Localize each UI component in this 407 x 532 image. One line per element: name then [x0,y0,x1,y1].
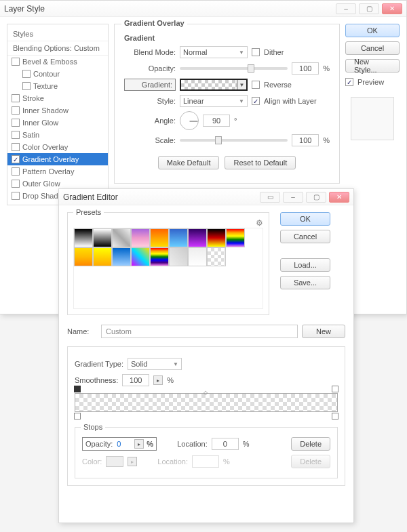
gear-icon[interactable]: ⚙ [256,218,263,228]
preset-swatch[interactable] [74,228,93,247]
midpoint-marker[interactable]: ◇ [204,390,208,396]
dither-checkbox[interactable] [252,48,260,56]
scale-slider[interactable] [180,139,288,142]
stop-color-well[interactable] [106,456,123,467]
gradient-settings: Gradient Type: Solid▼ Smoothness: 100 ▸ … [67,346,345,486]
styles-header[interactable]: Styles [7,27,108,41]
stop-color-stepper[interactable]: ▸ [128,457,137,466]
help-button[interactable]: ▭ [260,192,280,203]
gradient-swatch[interactable]: ▼ [180,79,248,91]
opacity-slider[interactable] [180,67,288,70]
preset-swatch[interactable] [131,247,150,266]
preset-swatch[interactable] [188,228,207,247]
blend-mode-dropdown[interactable]: Normal▼ [180,46,248,58]
style-row-color-overlay[interactable]: Color Overlay [7,141,108,153]
close-button[interactable]: ✕ [329,192,349,203]
stop-location-value[interactable]: 0 [212,438,239,450]
preset-swatch[interactable] [112,247,131,266]
scale-label: Scale: [124,136,176,144]
angle-value[interactable]: 90 [203,115,230,127]
style-checkbox[interactable] [12,131,20,139]
style-checkbox[interactable] [12,167,20,176]
maximize-button[interactable]: ▢ [359,3,379,14]
style-checkbox[interactable] [12,58,20,66]
smoothness-value[interactable]: 100 [122,374,149,386]
preset-swatch[interactable] [150,228,169,247]
preset-swatch[interactable] [207,228,226,247]
minimize-button[interactable]: – [336,3,356,14]
preset-swatch[interactable] [169,247,188,266]
preset-swatch[interactable] [150,247,169,266]
minimize-button[interactable]: – [283,192,303,203]
save-button[interactable]: Save... [280,276,330,289]
preview-checkbox[interactable]: ✓ [345,78,353,86]
ok-button[interactable]: OK [345,24,400,37]
style-checkbox[interactable] [12,119,20,127]
style-row-texture[interactable]: Texture [7,80,108,92]
preset-swatch[interactable] [93,247,112,266]
style-row-gradient-overlay[interactable]: ✓Gradient Overlay [7,153,108,165]
angle-dial[interactable] [180,111,199,130]
style-row-contour[interactable]: Contour [7,68,108,80]
opacity-stop-left[interactable] [74,386,81,392]
style-label: Outer Glow [22,180,60,188]
preset-swatch[interactable] [74,247,93,266]
style-checkbox[interactable] [12,192,20,200]
style-checkbox[interactable] [12,143,20,151]
stop-location-unit: % [243,440,250,448]
style-checkbox[interactable] [22,70,31,78]
ge-ok-button[interactable]: OK [280,212,330,226]
layer-style-title: Layer Style [4,1,45,17]
name-input[interactable]: Custom [101,325,298,338]
stop-opacity-input[interactable] [115,439,132,449]
style-checkbox[interactable]: ✓ [12,155,20,163]
cancel-button[interactable]: Cancel [345,41,400,55]
gradient-type-dropdown[interactable]: Solid▼ [128,358,182,370]
stops-legend: Stops [81,423,105,431]
make-default-button[interactable]: Make Default [158,156,220,169]
maximize-button[interactable]: ▢ [306,192,326,203]
gradient-bar[interactable]: ◇ [75,393,338,412]
style-checkbox[interactable] [12,106,20,115]
reverse-checkbox[interactable] [252,81,260,89]
style-row-satin[interactable]: Satin [7,129,108,141]
blending-options-row[interactable]: Blending Options: Custom [7,41,108,56]
layer-style-titlebar[interactable]: Layer Style – ▢ ✕ [0,1,406,17]
gradient-editor-titlebar[interactable]: Gradient Editor ▭ – ▢ ✕ [59,189,353,205]
color-stop-right[interactable] [332,413,338,420]
style-checkbox[interactable] [22,82,31,90]
ge-cancel-button[interactable]: Cancel [280,230,330,243]
preset-swatch[interactable] [169,228,188,247]
new-style-button[interactable]: New Style... [345,59,400,73]
style-row-bevel-emboss[interactable]: Bevel & Emboss [7,56,108,68]
delete-opacity-stop-button[interactable]: Delete [291,437,330,451]
align-checkbox[interactable]: ✓ [252,97,260,105]
color-stop-left[interactable] [74,413,81,420]
delete-color-stop-button[interactable]: Delete [291,455,330,468]
scale-value[interactable]: 100 [292,134,319,146]
preset-swatch[interactable] [112,228,131,247]
load-button[interactable]: Load... [280,258,330,272]
stop-color-location-value[interactable] [192,455,219,468]
gradient-type-label: Gradient Type: [75,360,123,368]
close-button[interactable]: ✕ [382,3,402,14]
style-row-pattern-overlay[interactable]: Pattern Overlay [7,165,108,178]
opacity-stop-right[interactable] [332,386,338,392]
preset-swatch[interactable] [188,247,207,266]
preset-swatch[interactable] [226,228,245,247]
preset-swatch[interactable] [131,228,150,247]
style-row-inner-glow[interactable]: Inner Glow [7,117,108,129]
opacity-value[interactable]: 100 [292,62,319,75]
style-row-inner-shadow[interactable]: Inner Shadow [7,104,108,117]
smoothness-stepper[interactable]: ▸ [153,375,163,385]
new-button[interactable]: New [302,325,345,338]
preset-swatch[interactable] [93,228,112,247]
stop-opacity-stepper[interactable]: ▸ [134,439,144,449]
style-checkbox[interactable] [12,180,20,188]
style-dropdown[interactable]: Linear▼ [180,95,248,107]
style-row-stroke[interactable]: Stroke [7,92,108,104]
presets-grid [73,228,263,309]
style-checkbox[interactable] [12,94,20,102]
reset-to-default-button[interactable]: Reset to Default [225,156,296,169]
preset-swatch[interactable] [207,247,226,266]
